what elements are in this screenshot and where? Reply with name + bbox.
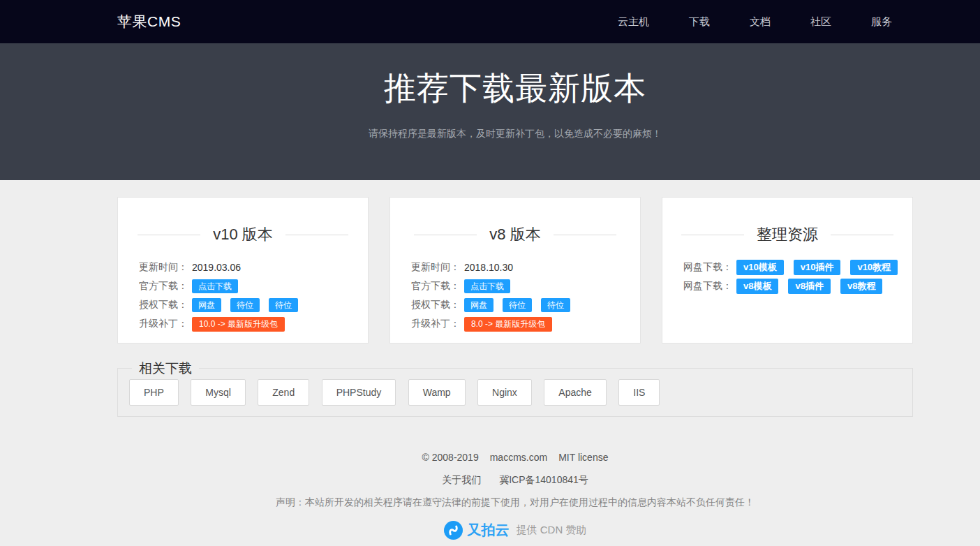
related-btn-iis[interactable]: IIS (618, 379, 660, 406)
title-divider-line (554, 235, 616, 235)
upgrade-patch-row: 升级补丁： 10.0 -> 最新版升级包 (139, 316, 347, 332)
main-nav: 云主机 下载 文档 社区 服务 (618, 15, 913, 29)
disclaimer-text: 声明：本站所开发的相关程序请在遵守法律的前提下使用，对用户在使用过程中的信息内容… (117, 496, 913, 508)
auth-download-row: 授权下载： 网盘 待位 待位 (139, 297, 347, 313)
v10-tutorial-button[interactable]: v10教程 (850, 260, 898, 275)
auth-download-row: 授权下载： 网盘 待位 待位 (411, 297, 619, 313)
row-label: 授权下载： (139, 299, 188, 311)
row-label: 升级补丁： (139, 318, 188, 330)
copyright-line: © 2008-2019maccms.comMIT license (117, 452, 913, 464)
main-content: v10 版本 更新时间： 2019.03.06 官方下载： 点击下载 授权下载：… (0, 180, 980, 540)
card-title: 整理资源 (757, 224, 818, 245)
placeholder-button[interactable]: 待位 (541, 298, 570, 312)
upyun-brand-link[interactable]: 又拍云 (468, 521, 510, 540)
nav-item-community[interactable]: 社区 (810, 15, 831, 29)
netdisk-v10-row: 网盘下载： v10模板 v10插件 v10教程 (683, 260, 891, 275)
card-resources: 整理资源 网盘下载： v10模板 v10插件 v10教程 网盘下载： v8模板 … (662, 197, 913, 344)
related-downloads-title: 相关下载 (132, 360, 199, 378)
title-divider-line (285, 235, 348, 235)
related-btn-zend[interactable]: Zend (258, 379, 309, 406)
netdisk-button[interactable]: 网盘 (192, 298, 221, 312)
update-date: 2019.03.06 (192, 262, 241, 273)
about-line: 关于我们冀ICP备14010841号 (117, 474, 913, 486)
row-label: 网盘下载： (683, 280, 732, 293)
row-label: 授权下载： (411, 299, 460, 311)
official-download-row: 官方下载： 点击下载 (139, 279, 347, 294)
related-btn-nginx[interactable]: Nginx (477, 379, 532, 406)
upgrade-patch-row: 升级补丁： 8.0 -> 最新版升级包 (411, 316, 619, 332)
hero-banner: 推荐下载最新版本 请保持程序是最新版本，及时更新补丁包，以免造成不必要的麻烦！ (0, 43, 980, 180)
row-label: 网盘下载： (683, 261, 732, 274)
nav-item-download[interactable]: 下载 (689, 15, 710, 29)
copyright-text: © 2008-2019 (422, 452, 479, 463)
related-btn-mysql[interactable]: Mysql (191, 379, 246, 406)
related-btn-php[interactable]: PHP (129, 379, 179, 406)
card-title: v10 版本 (213, 224, 273, 245)
title-divider-line (414, 235, 477, 235)
update-date: 2018.10.30 (464, 262, 513, 273)
row-label: 官方下载： (139, 280, 188, 293)
v10-template-button[interactable]: v10模板 (736, 260, 784, 275)
row-label: 升级补丁： (411, 318, 460, 330)
nav-item-cloud-host[interactable]: 云主机 (618, 15, 649, 29)
v8-template-button[interactable]: v8模板 (736, 279, 778, 294)
upgrade-patch-button[interactable]: 8.0 -> 最新版升级包 (464, 317, 552, 332)
nav-item-docs[interactable]: 文档 (750, 15, 771, 29)
related-downloads-box: 相关下载 PHP Mysql Zend PHPStudy Wamp Nginx … (117, 368, 913, 417)
row-label: 更新时间： (139, 261, 188, 274)
brand-logo[interactable]: 苹果CMS (117, 12, 181, 31)
related-btn-apache[interactable]: Apache (544, 379, 606, 406)
footer: © 2008-2019maccms.comMIT license 关于我们冀IC… (117, 417, 913, 540)
top-nav-bar: 苹果CMS 云主机 下载 文档 社区 服务 (0, 0, 980, 43)
placeholder-button[interactable]: 待位 (269, 298, 298, 312)
upyun-logo-icon[interactable] (444, 521, 463, 540)
hero-title: 推荐下载最新版本 (117, 43, 913, 110)
nav-item-services[interactable]: 服务 (871, 15, 892, 29)
official-download-row: 官方下载： 点击下载 (411, 279, 619, 294)
sponsor-caption: 提供 CDN 赞助 (517, 524, 587, 537)
v8-plugin-button[interactable]: v8插件 (788, 279, 830, 294)
placeholder-button[interactable]: 待位 (230, 298, 260, 312)
card-v8: v8 版本 更新时间： 2018.10.30 官方下载： 点击下载 授权下载： … (389, 197, 641, 344)
card-v10: v10 版本 更新时间： 2019.03.06 官方下载： 点击下载 授权下载：… (117, 197, 369, 344)
hero-subtitle: 请保持程序是最新版本，及时更新补丁包，以免造成不必要的麻烦！ (117, 128, 913, 140)
netdisk-v8-row: 网盘下载： v8模板 v8插件 v8教程 (683, 279, 891, 294)
official-download-button[interactable]: 点击下载 (464, 279, 510, 293)
update-time-row: 更新时间： 2019.03.06 (139, 260, 347, 275)
title-divider-line (681, 235, 744, 235)
v8-tutorial-button[interactable]: v8教程 (840, 279, 882, 294)
icp-link[interactable]: 冀ICP备14010841号 (499, 474, 588, 485)
row-label: 官方下载： (411, 280, 460, 293)
title-divider-line (138, 235, 200, 235)
placeholder-button[interactable]: 待位 (503, 298, 532, 312)
license-link[interactable]: MIT license (558, 452, 608, 463)
related-btn-wamp[interactable]: Wamp (408, 379, 466, 406)
official-download-button[interactable]: 点击下载 (192, 279, 238, 293)
v10-plugin-button[interactable]: v10插件 (794, 260, 841, 275)
sponsor-row: 又拍云 提供 CDN 赞助 (117, 521, 913, 540)
update-time-row: 更新时间： 2018.10.30 (411, 260, 619, 275)
about-link[interactable]: 关于我们 (442, 474, 481, 485)
title-divider-line (831, 235, 893, 235)
version-cards: v10 版本 更新时间： 2019.03.06 官方下载： 点击下载 授权下载：… (117, 180, 913, 344)
related-btn-phpstudy[interactable]: PHPStudy (322, 379, 396, 406)
site-link[interactable]: maccms.com (490, 452, 547, 463)
card-title: v8 版本 (489, 224, 540, 245)
netdisk-button[interactable]: 网盘 (464, 298, 493, 312)
row-label: 更新时间： (411, 261, 460, 274)
upgrade-patch-button[interactable]: 10.0 -> 最新版升级包 (192, 317, 285, 332)
